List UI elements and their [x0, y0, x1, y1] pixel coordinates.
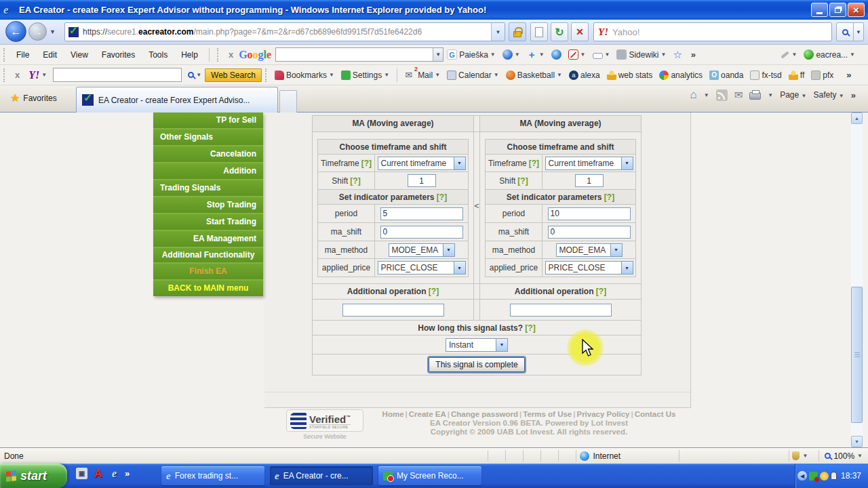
sidebar-item-additional-functionality[interactable]: Additional Functionality [153, 248, 263, 264]
period-input-left[interactable] [380, 207, 463, 220]
yahoo-toolbar-search-input[interactable] [54, 68, 181, 81]
tray-recorder-icon[interactable] [809, 472, 818, 481]
google-toolbar-overflow[interactable]: » [686, 49, 701, 60]
quick-launch-ie-icon[interactable]: e [108, 468, 120, 479]
back-button[interactable]: ← [5, 21, 26, 42]
menu-favorites[interactable]: Favorites [95, 47, 142, 62]
read-mail-icon[interactable]: ✉ [734, 89, 743, 101]
signal-complete-button[interactable]: This signal is complete [429, 357, 524, 372]
bookmark-star-icon[interactable]: ☆ [669, 49, 685, 61]
restore-button[interactable] [829, 3, 846, 17]
ma-shift-input-left[interactable] [380, 226, 463, 239]
print-dropdown-icon[interactable]: ▼ [768, 92, 773, 98]
sidebar-item-trading-signals[interactable]: Trading Signals [153, 180, 263, 197]
duration-select[interactable]: Instant▼ [446, 338, 508, 352]
taskbar-window-screen-recorder[interactable]: My Screen Reco... [378, 466, 481, 485]
help-link[interactable]: [?] [529, 159, 539, 168]
bookmark-fx-tsd[interactable]: fx-tsd [747, 70, 785, 80]
toolbar-settings-wrench-icon[interactable]: ▼ [777, 52, 800, 58]
scrollbar-thumb[interactable] [851, 287, 863, 423]
sidewiki-button[interactable]: Sidewiki▼ [613, 49, 669, 60]
menu-tools[interactable]: Tools [142, 47, 174, 62]
basketball-button[interactable]: Basketball▼ [502, 70, 566, 80]
calendar-button[interactable]: Calendar▼ [443, 70, 502, 80]
help-link[interactable]: [?] [350, 176, 360, 186]
address-bar[interactable]: ✓ https://secure1.eacreator.com/main.php… [64, 22, 505, 41]
taskbar-window-ea-creator[interactable]: e EA Creator - cre... [270, 466, 373, 485]
compatibility-view-icon[interactable] [530, 22, 548, 41]
home-icon[interactable]: ⌂ [690, 88, 696, 102]
google-search-input[interactable] [276, 50, 433, 60]
browser-search-box[interactable]: Y! [593, 22, 832, 41]
footer-link-change-password[interactable]: Change password [451, 410, 518, 418]
rss-feed-icon[interactable] [716, 89, 728, 101]
stop-button[interactable]: × [571, 22, 589, 41]
tab-active[interactable]: ✓ EA Creator - create Forex Expert Advis… [76, 87, 278, 113]
bookmark-web-stats[interactable]: web stats [604, 70, 656, 80]
taskbar-window-forex-trading[interactable]: e Forex trading st... [161, 466, 264, 485]
inprivate-shield-icon[interactable] [792, 451, 800, 460]
toolbar-grip[interactable] [265, 68, 269, 82]
help-link[interactable]: [?] [429, 287, 439, 296]
address-dropdown-icon[interactable]: ▼ [491, 23, 505, 41]
new-tab-button[interactable] [279, 90, 297, 113]
browser-search-input[interactable] [612, 27, 827, 37]
footer-link-privacy[interactable]: Privacy Policy [576, 410, 629, 418]
mail-button[interactable]: ✉2Mail▼ [401, 70, 443, 80]
search-options-dropdown-icon[interactable]: ▼ [854, 22, 864, 41]
sidebar-item-start-trading[interactable]: Start Trading [153, 214, 263, 231]
footer-link-home[interactable]: Home [382, 410, 404, 418]
vertical-scrollbar[interactable]: ▲ ▼ [851, 113, 863, 447]
ma-method-select-right[interactable]: MODE_EMA▼ [556, 243, 623, 257]
quick-launch-a-icon[interactable]: A [92, 468, 104, 479]
additional-operation-input-left[interactable] [342, 304, 444, 317]
timeframe-select-left[interactable]: Current timeframe▼ [378, 157, 466, 170]
additional-operation-input-right[interactable] [510, 304, 612, 317]
help-link[interactable]: [?] [437, 192, 447, 202]
sidebar-item-stop-trading[interactable]: Stop Trading [153, 197, 263, 214]
yahoo-home-button[interactable]: Y!▼ [25, 69, 50, 81]
sidebar-item-tp-for-sell[interactable]: TP for Sell [153, 113, 263, 129]
google-search-dropdown-icon[interactable]: ▼ [433, 48, 443, 61]
toolbar-grip[interactable] [3, 68, 7, 82]
google-toolbar-close-button[interactable]: x [223, 49, 239, 60]
shield-dropdown-icon[interactable]: ▼ [802, 453, 808, 459]
menu-edit[interactable]: Edit [36, 47, 64, 62]
bookmark-pfx[interactable]: pfx [808, 70, 837, 80]
menu-file[interactable]: File [9, 47, 36, 62]
ma-shift-input-right[interactable] [548, 226, 631, 239]
menu-view[interactable]: View [64, 47, 95, 62]
print-icon[interactable] [749, 92, 761, 100]
google-earth-icon[interactable] [548, 49, 565, 60]
sidebar-item-addition[interactable]: Addition [153, 163, 263, 180]
yahoo-toolbar-close-button[interactable]: x [9, 70, 25, 80]
help-link[interactable]: [?] [596, 287, 606, 296]
help-link[interactable]: [?] [361, 159, 372, 168]
quick-launch-overflow[interactable]: » [125, 468, 130, 479]
favorites-button[interactable]: ★ Favorites [5, 89, 62, 106]
quick-launch-app-icon[interactable]: ▣ [76, 468, 87, 479]
close-button[interactable]: × [848, 3, 865, 17]
start-button[interactable]: start [0, 464, 67, 488]
scroll-down-icon[interactable]: ▼ [851, 436, 863, 447]
shift-input-left[interactable] [408, 174, 436, 187]
yahoo-toolbar-search-box[interactable] [53, 68, 182, 82]
google-search-box[interactable]: ▼ [275, 47, 443, 62]
google-search-button[interactable]: G Paieška▼ [443, 49, 499, 60]
sidebar-item-finish-ea[interactable]: Finish EA [153, 264, 263, 281]
security-lock-icon[interactable] [509, 22, 526, 41]
help-link[interactable]: [?] [604, 192, 614, 202]
yahoo-toolbar-overflow[interactable]: » [841, 70, 856, 80]
bookmark-oanda[interactable]: Ooanda [706, 70, 747, 80]
bookmarks-button[interactable]: Bookmarks▼ [271, 70, 338, 80]
applied-price-select-left[interactable]: PRICE_CLOSE▼ [378, 261, 466, 274]
search-go-button[interactable] [836, 22, 854, 41]
help-link[interactable]: [?] [525, 323, 535, 333]
menu-help[interactable]: Help [174, 47, 205, 62]
autofill-icon[interactable]: ▼ [589, 51, 614, 59]
tray-microphone-icon[interactable] [831, 472, 837, 480]
applied-price-select-right[interactable]: PRICE_CLOSE▼ [545, 261, 633, 274]
footer-link-create-ea[interactable]: Create EA [409, 410, 446, 418]
bookmark-alexa[interactable]: aalexa [566, 70, 604, 80]
sidebar-item-cancelation[interactable]: Cancelation [153, 146, 263, 163]
